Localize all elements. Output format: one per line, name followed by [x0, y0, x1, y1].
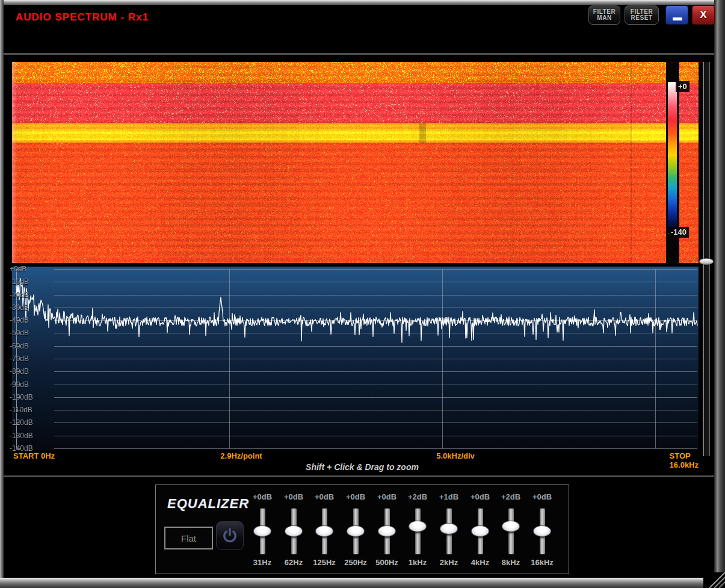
- x-axis-stop-label: STOP 16.0kHz: [670, 451, 699, 469]
- equalizer-panel: EQUALIZER Flat +0dB31Hz+0dB62Hz+0dB125Hz…: [155, 484, 569, 574]
- waterfall-display[interactable]: [12, 62, 699, 263]
- eq-freq-label: 1kHz: [402, 558, 433, 567]
- pane-splitter-thumb[interactable]: [699, 258, 714, 265]
- eq-preset-button[interactable]: Flat: [164, 527, 213, 549]
- eq-slider-thumb[interactable]: [347, 525, 365, 537]
- eq-slider-thumb[interactable]: [315, 525, 333, 537]
- eq-slider-thumb[interactable]: [285, 525, 303, 537]
- x-axis-resolution-label: 2.9Hz/point: [220, 451, 262, 460]
- filter-reset-button[interactable]: FILTER RESET: [625, 5, 659, 25]
- resize-grip[interactable]: [703, 572, 725, 588]
- y-axis-tick-label: -60dB: [10, 341, 52, 351]
- power-icon: [221, 527, 239, 545]
- y-axis-tick-label: -30dB: [10, 303, 52, 312]
- y-axis-tick-label: -20dB: [10, 290, 52, 300]
- y-axis-tick-label: -140dB: [10, 444, 52, 453]
- colorbar-gradient: [668, 82, 677, 234]
- eq-slider-thumb[interactable]: [440, 523, 458, 534]
- close-button[interactable]: X: [692, 5, 715, 25]
- eq-band: +0dB500Hz: [371, 485, 403, 574]
- window-frame-bottom: [0, 578, 703, 588]
- eq-band: +0dB31Hz: [247, 485, 278, 574]
- minimize-icon: [673, 17, 682, 20]
- eq-slider-thumb[interactable]: [253, 525, 271, 537]
- filter-man-button[interactable]: FILTER MAN: [588, 5, 620, 25]
- minimize-button[interactable]: [665, 5, 688, 25]
- eq-band: +0dB125Hz: [309, 485, 340, 574]
- x-axis-per-div-label: 5.0kHz/div: [436, 451, 475, 460]
- eq-gain-label: +0dB: [278, 492, 309, 501]
- eq-power-button[interactable]: [216, 521, 244, 550]
- colorbar-min-label: -140: [668, 227, 689, 238]
- eq-band: +0dB250Hz: [340, 485, 371, 574]
- titlebar-divider: [4, 53, 714, 55]
- eq-slider-thumb[interactable]: [533, 525, 551, 537]
- eq-freq-label: 4kHz: [464, 558, 496, 567]
- eq-band: +1dB2kHz: [433, 485, 464, 574]
- y-axis-tick-label: -80dB: [10, 367, 52, 376]
- y-axis-tick-label: +0dB: [10, 264, 52, 274]
- filter-man-label-line2: MAN: [589, 15, 620, 22]
- window-frame-left: [0, 0, 4, 578]
- eq-freq-label: 500Hz: [371, 558, 403, 567]
- y-axis-tick-label: -90dB: [10, 380, 52, 389]
- section-divider: [4, 475, 714, 477]
- eq-freq-label: 2kHz: [433, 558, 464, 567]
- eq-gain-label: +1dB: [433, 492, 464, 501]
- y-axis-tick-label: -70dB: [10, 354, 52, 364]
- eq-freq-label: 31Hz: [247, 558, 278, 567]
- eq-freq-label: 16kHz: [526, 558, 558, 567]
- y-axis-tick-label: -110dB: [10, 405, 52, 415]
- zoom-hint: Shift + Click & Drag to zoom: [306, 462, 419, 472]
- eq-gain-label: +0dB: [371, 492, 403, 501]
- window-frame-right: [714, 0, 725, 572]
- y-axis-tick-label: -120dB: [10, 418, 52, 427]
- eq-band: +0dB62Hz: [278, 485, 309, 574]
- eq-slider-thumb[interactable]: [502, 521, 520, 532]
- eq-gain-label: +0dB: [247, 492, 278, 501]
- eq-slider-thumb[interactable]: [471, 525, 489, 537]
- eq-slider-thumb[interactable]: [409, 521, 427, 532]
- equalizer-title: EQUALIZER: [167, 496, 249, 512]
- eq-freq-label: 250Hz: [340, 558, 371, 567]
- eq-band: +2dB8kHz: [495, 485, 526, 574]
- eq-slider-thumb[interactable]: [378, 525, 396, 537]
- spectrum-plot[interactable]: [12, 267, 699, 450]
- window-title: AUDIO SPECTRUM - Rx1: [16, 11, 149, 23]
- filter-reset-label-line2: RESET: [625, 15, 658, 22]
- colorbar-max-label: +0: [676, 81, 690, 92]
- eq-gain-label: +2dB: [495, 492, 526, 501]
- eq-freq-label: 8kHz: [495, 558, 526, 567]
- y-axis-tick-label: -130dB: [10, 431, 52, 441]
- eq-gain-label: +2dB: [402, 492, 433, 501]
- eq-band: +2dB1kHz: [402, 485, 433, 574]
- eq-freq-label: 62Hz: [278, 558, 309, 567]
- eq-band: +0dB16kHz: [526, 485, 558, 574]
- eq-gain-label: +0dB: [309, 492, 340, 501]
- window-frame-top: [0, 0, 725, 5]
- eq-gain-label: +0dB: [526, 492, 558, 501]
- eq-band: +0dB4kHz: [464, 485, 496, 574]
- y-axis-tick-label: -10dB: [10, 277, 52, 286]
- eq-freq-label: 125Hz: [309, 558, 340, 567]
- audio-spectrum-window: AUDIO SPECTRUM - Rx1 FILTER MAN FILTER R…: [0, 0, 725, 588]
- close-icon: X: [700, 9, 706, 20]
- y-axis-tick-label: -40dB: [10, 315, 52, 325]
- eq-gain-label: +0dB: [340, 492, 371, 501]
- eq-gain-label: +0dB: [464, 492, 496, 501]
- y-axis-tick-label: -50dB: [10, 328, 52, 338]
- y-axis-tick-label: -100dB: [10, 392, 52, 402]
